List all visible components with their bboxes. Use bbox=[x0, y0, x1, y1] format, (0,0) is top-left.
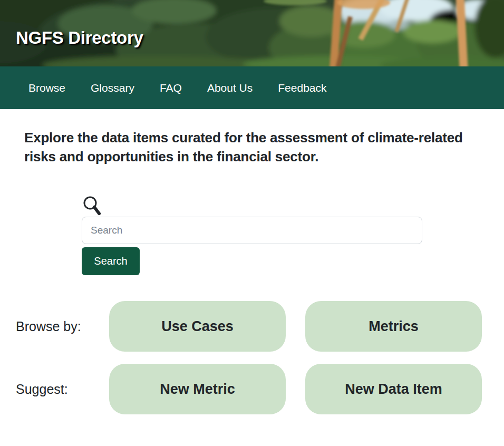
metrics-button[interactable]: Metrics bbox=[305, 301, 482, 352]
nav-item-browse[interactable]: Browse bbox=[28, 82, 65, 94]
search-icon bbox=[83, 196, 101, 216]
browse-by-label: Browse by: bbox=[16, 319, 109, 334]
nav-item-about-us[interactable]: About Us bbox=[207, 82, 253, 94]
suggest-row: Suggest: New Metric New Data Item bbox=[0, 364, 504, 414]
search-button[interactable]: Search bbox=[82, 247, 140, 275]
nav-item-feedback[interactable]: Feedback bbox=[278, 82, 326, 94]
main-navbar: Browse Glossary FAQ About Us Feedback bbox=[0, 66, 504, 109]
new-data-item-button[interactable]: New Data Item bbox=[305, 364, 482, 414]
use-cases-button[interactable]: Use Cases bbox=[109, 301, 286, 352]
search-section: Search bbox=[82, 196, 423, 275]
nav-item-glossary[interactable]: Glossary bbox=[91, 82, 134, 94]
intro-heading: Explore the data items curated for the a… bbox=[24, 128, 472, 166]
browse-by-row: Browse by: Use Cases Metrics bbox=[0, 301, 504, 352]
page-title: NGFS Directory bbox=[16, 28, 143, 48]
new-metric-button[interactable]: New Metric bbox=[109, 364, 286, 414]
nav-item-faq[interactable]: FAQ bbox=[160, 82, 182, 94]
search-input[interactable] bbox=[82, 217, 422, 244]
ngfs-directory-page: NGFS Directory Browse Glossary FAQ About… bbox=[0, 0, 504, 446]
suggest-label: Suggest: bbox=[16, 382, 109, 397]
hero-header: NGFS Directory bbox=[0, 0, 504, 66]
